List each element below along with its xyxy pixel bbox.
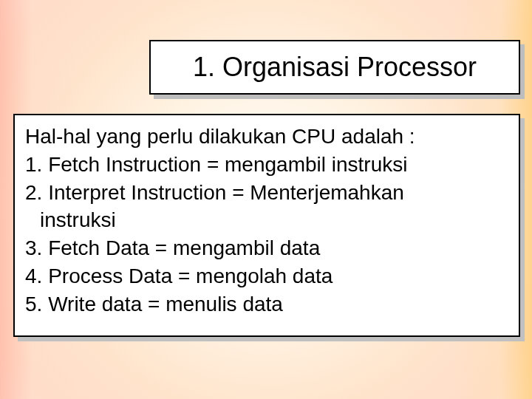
slide-title: 1. Organisasi Processor — [193, 52, 477, 83]
body-item-5: 5. Write data = menulis data — [25, 290, 508, 318]
slide-background: 1. Organisasi Processor Hal-hal yang per… — [0, 0, 532, 399]
body-item-1: 1. Fetch Instruction = mengambil instruk… — [25, 151, 508, 179]
body-box: Hal-hal yang perlu dilakukan CPU adalah … — [13, 114, 520, 337]
title-container: 1. Organisasi Processor — [149, 40, 520, 95]
body-intro: Hal-hal yang perlu dilakukan CPU adalah … — [25, 123, 508, 151]
body-item-2-cont: instruksi — [25, 206, 508, 234]
body-item-4: 4. Process Data = mengolah data — [25, 262, 508, 290]
body-container: Hal-hal yang perlu dilakukan CPU adalah … — [13, 114, 520, 337]
body-item-2: 2. Interpret Instruction = Menterjemahka… — [25, 179, 508, 207]
title-box: 1. Organisasi Processor — [149, 40, 520, 95]
body-item-3: 3. Fetch Data = mengambil data — [25, 234, 508, 262]
